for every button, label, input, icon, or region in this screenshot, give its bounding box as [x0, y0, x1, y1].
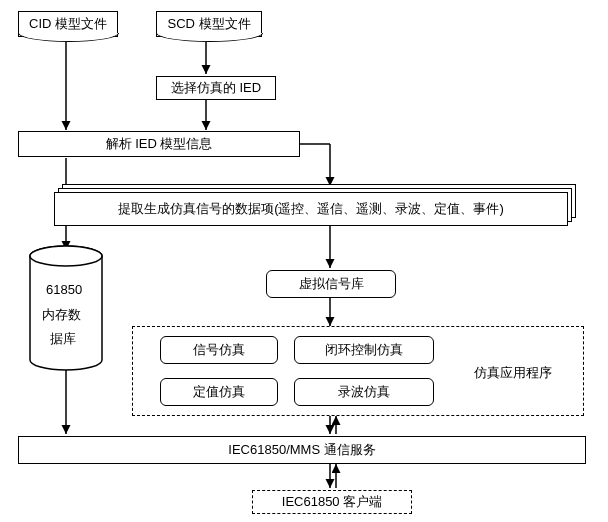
svg-point-13 — [30, 246, 102, 266]
waveform-label: 录波仿真 — [338, 383, 390, 401]
waveform-sim-app: 录波仿真 — [294, 378, 434, 406]
db-line3: 据库 — [50, 330, 76, 348]
cid-label: CID 模型文件 — [29, 15, 107, 33]
setpoint-sim-app: 定值仿真 — [160, 378, 278, 406]
scd-label: SCD 模型文件 — [167, 15, 250, 33]
signal-sim-label: 信号仿真 — [193, 341, 245, 359]
parse-ied-step: 解析 IED 模型信息 — [18, 131, 300, 157]
db-line1: 61850 — [46, 282, 82, 297]
setpoint-label: 定值仿真 — [193, 383, 245, 401]
signal-sim-app: 信号仿真 — [160, 336, 278, 364]
scd-model-file: SCD 模型文件 — [156, 11, 262, 37]
select-ied-label: 选择仿真的 IED — [171, 79, 261, 97]
select-ied-step: 选择仿真的 IED — [156, 76, 276, 100]
virtual-signal-library: 虚拟信号库 — [266, 270, 396, 298]
apps-group-label: 仿真应用程序 — [474, 364, 552, 382]
extract-data-items-step: 提取生成仿真信号的数据项(遥控、遥信、遥测、录波、定值、事件) — [54, 192, 568, 226]
comm-service-label: IEC61850/MMS 通信服务 — [228, 441, 375, 459]
client-label: IEC61850 客户端 — [282, 493, 382, 511]
virtual-lib-label: 虚拟信号库 — [299, 275, 364, 293]
svg-point-14 — [30, 246, 102, 266]
comm-service: IEC61850/MMS 通信服务 — [18, 436, 586, 464]
iec61850-client: IEC61850 客户端 — [252, 490, 412, 514]
parse-ied-label: 解析 IED 模型信息 — [106, 135, 213, 153]
closed-loop-app: 闭环控制仿真 — [294, 336, 434, 364]
extract-label: 提取生成仿真信号的数据项(遥控、遥信、遥测、录波、定值、事件) — [118, 200, 504, 218]
cid-model-file: CID 模型文件 — [18, 11, 118, 37]
closed-loop-label: 闭环控制仿真 — [325, 341, 403, 359]
db-line2: 内存数 — [42, 306, 81, 324]
